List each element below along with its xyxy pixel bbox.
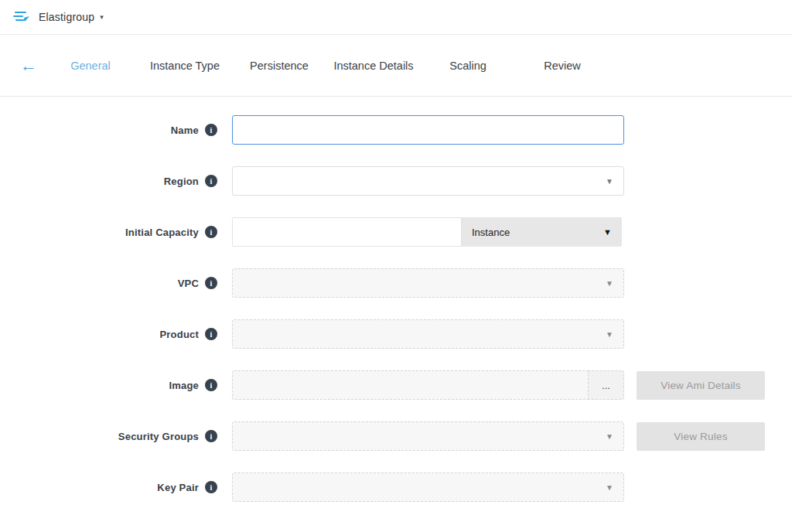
security-groups-label: Security Groups — [118, 431, 199, 442]
view-rules-button[interactable]: View Rules — [637, 422, 765, 451]
region-select[interactable]: ▼ — [232, 166, 624, 196]
chevron-down-icon: ▼ — [606, 483, 613, 492]
view-ami-details-button[interactable]: View Ami Details — [637, 371, 765, 400]
form-row-name: Name i — [0, 115, 792, 145]
tab-review[interactable]: Review — [515, 60, 609, 72]
chevron-down-icon: ▼ — [606, 279, 613, 288]
vpc-select: ▼ — [232, 268, 624, 298]
form-row-security-groups: Security Groups i ▼ View Rules — [0, 421, 792, 451]
key-pair-info-icon[interactable]: i — [205, 481, 217, 493]
tab-instance-type[interactable]: Instance Type — [138, 60, 232, 72]
wizard-tabs: General Instance Type Persistence Instan… — [43, 60, 609, 72]
name-label: Name — [171, 124, 199, 136]
vpc-label: VPC — [178, 278, 199, 289]
form-row-image: Image i ... View Ami Details — [0, 370, 792, 400]
tab-general[interactable]: General — [43, 60, 138, 72]
general-settings-form: Name i Region i ▼ Initial Capacity i Ins — [0, 97, 792, 502]
chevron-down-icon: ▼ — [606, 177, 613, 186]
name-info-icon[interactable]: i — [205, 124, 217, 136]
initial-capacity-info-icon[interactable]: i — [205, 226, 217, 238]
image-input-group: ... — [232, 370, 624, 400]
form-row-region: Region i ▼ — [0, 166, 792, 196]
security-groups-select: ▼ — [232, 421, 624, 451]
initial-capacity-input[interactable] — [232, 217, 462, 247]
chevron-down-icon: ▼ — [606, 330, 613, 339]
image-label: Image — [169, 380, 199, 391]
form-row-key-pair: Key Pair i ▼ — [0, 472, 792, 502]
product-select: ▼ — [232, 319, 624, 349]
app-menu-caret-icon[interactable]: ▾ — [100, 13, 104, 21]
capacity-unit-select[interactable]: Instance ▼ — [462, 217, 622, 247]
security-groups-info-icon[interactable]: i — [205, 430, 217, 442]
image-info-icon[interactable]: i — [205, 379, 217, 391]
tab-instance-details[interactable]: Instance Details — [326, 60, 421, 72]
tab-scaling[interactable]: Scaling — [421, 60, 515, 72]
product-label: Product — [159, 329, 199, 340]
key-pair-label: Key Pair — [157, 482, 199, 493]
name-input[interactable] — [232, 115, 624, 145]
region-label: Region — [164, 176, 199, 187]
initial-capacity-label: Initial Capacity — [125, 227, 199, 238]
chevron-down-icon: ▼ — [603, 227, 612, 237]
form-row-vpc: VPC i ▼ — [0, 268, 792, 298]
elastigroup-logo-icon — [12, 9, 31, 25]
tab-persistence[interactable]: Persistence — [232, 60, 326, 72]
product-info-icon[interactable]: i — [205, 328, 217, 340]
vpc-info-icon[interactable]: i — [205, 277, 217, 289]
image-input — [232, 370, 589, 400]
chevron-down-icon: ▼ — [606, 432, 613, 441]
key-pair-select: ▼ — [232, 472, 624, 502]
form-row-initial-capacity: Initial Capacity i Instance ▼ — [0, 217, 792, 247]
back-arrow-icon[interactable]: ← — [14, 57, 43, 74]
form-row-product: Product i ▼ — [0, 319, 792, 349]
image-browse-button[interactable]: ... — [588, 370, 624, 400]
capacity-unit-value: Instance — [472, 227, 510, 238]
region-info-icon[interactable]: i — [205, 175, 217, 187]
top-bar: Elastigroup ▾ — [0, 0, 792, 35]
wizard-tab-bar: ← General Instance Type Persistence Inst… — [0, 35, 792, 97]
app-name: Elastigroup — [39, 11, 94, 23]
